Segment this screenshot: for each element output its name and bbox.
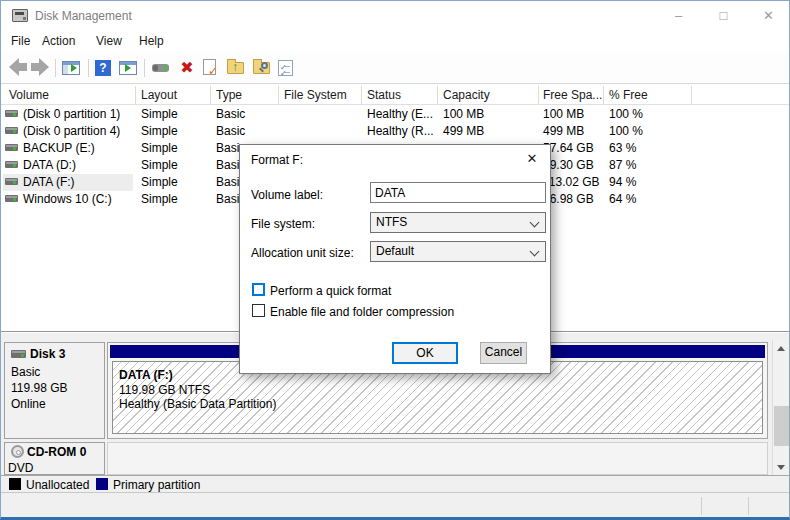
volume-name: DATA (D:)	[23, 158, 76, 172]
disk-management-window: Disk Management – □ ✕ File Action View H…	[0, 0, 790, 520]
disk3-info-box[interactable]: Disk 3 Basic 119.98 GB Online	[4, 342, 105, 439]
cell-pct-free: 64 %	[609, 191, 636, 208]
cdrom-name: CD-ROM 0	[27, 445, 86, 459]
header-capacity[interactable]: Capacity	[443, 88, 490, 102]
volume-name: Windows 10 (C:)	[23, 192, 112, 206]
menu-file[interactable]: File	[11, 34, 30, 48]
forward-icon[interactable]	[31, 58, 51, 78]
primary-partition-swatch	[96, 478, 108, 490]
close-button[interactable]: ✕	[746, 1, 790, 30]
format-dialog: Format F: ✕ Volume label: File system: N…	[239, 144, 551, 374]
cell-capacity: 100 MB	[443, 106, 484, 123]
disk-name: Disk 3	[30, 347, 65, 361]
header-file-system[interactable]: File System	[284, 88, 347, 102]
cell-type: Basic	[216, 123, 245, 140]
partition-detail: 119.98 GB NTFS	[119, 383, 210, 397]
header-volume[interactable]: Volume	[9, 88, 49, 102]
cell-pct-free: 63 %	[609, 140, 636, 157]
volume-label-label: Volume label:	[251, 188, 323, 202]
title-bar: Disk Management – □ ✕	[1, 1, 789, 31]
cell-layout: Simple	[141, 123, 178, 140]
allocation-unit-label: Allocation unit size:	[251, 246, 354, 260]
compression-label: Enable file and folder compression	[270, 305, 454, 319]
scroll-thumb[interactable]	[774, 406, 789, 446]
back-icon[interactable]	[9, 58, 29, 78]
app-icon	[12, 9, 28, 22]
table-header: Volume Layout Type File System Status Ca…	[1, 85, 789, 105]
volume-name: (Disk 0 partition 1)	[23, 107, 120, 121]
compression-checkbox[interactable]	[252, 304, 265, 317]
chevron-down-icon	[530, 218, 540, 228]
cell-pct-free: 87 %	[609, 157, 636, 174]
header-status[interactable]: Status	[367, 88, 401, 102]
toolbar-separator	[144, 59, 145, 77]
cell-pct-free: 94 %	[609, 174, 636, 191]
volume-label-input[interactable]	[370, 182, 546, 203]
vertical-scrollbar[interactable]	[772, 340, 789, 476]
disk-size: 119.98 GB	[11, 381, 67, 395]
file-system-select[interactable]: NTFS	[370, 212, 546, 233]
delete-icon[interactable]: ✖	[177, 58, 197, 78]
partition-label: DATA (F:)	[119, 368, 173, 382]
cell-capacity: 499 MB	[443, 123, 484, 140]
file-system-label: File system:	[251, 217, 315, 231]
cell-status: Healthy (E...	[367, 106, 433, 123]
cell-layout: Simple	[141, 174, 178, 191]
scroll-down-button[interactable]	[773, 459, 790, 476]
header-type[interactable]: Type	[216, 88, 242, 102]
header-pct-free[interactable]: % Free	[609, 88, 648, 102]
cell-pct-free: 100 %	[609, 106, 643, 123]
disk-kind: Basic	[11, 365, 40, 379]
quick-format-label: Perform a quick format	[270, 284, 391, 298]
console-tree-icon[interactable]	[62, 58, 82, 78]
cdrom-media: DVD	[8, 461, 33, 475]
cancel-button[interactable]: Cancel	[480, 342, 527, 364]
window-title: Disk Management	[35, 9, 132, 23]
cell-layout: Simple	[141, 157, 178, 174]
cell-type: Basic	[216, 106, 245, 123]
dialog-title: Format F:	[251, 153, 303, 167]
file-system-value: NTFS	[376, 215, 407, 229]
menu-bar: File Action View Help	[1, 31, 789, 53]
table-row[interactable]: (Disk 0 partition 1) Simple Basic Health…	[1, 106, 789, 123]
quick-format-checkbox[interactable]	[252, 283, 265, 296]
legend-primary-label: Primary partition	[113, 478, 200, 492]
cd-icon	[11, 445, 24, 458]
help-icon[interactable]: ?	[95, 58, 115, 78]
disk-status: Online	[11, 397, 46, 411]
chevron-down-icon	[530, 247, 540, 257]
remote-viewer-icon[interactable]	[152, 58, 172, 78]
scroll-up-button[interactable]	[773, 340, 790, 357]
dialog-close-icon[interactable]: ✕	[520, 149, 544, 169]
folder-up-icon[interactable]: ↑	[227, 58, 247, 78]
volume-icon	[5, 178, 18, 185]
header-free-space[interactable]: Free Spa...	[543, 88, 602, 102]
volume-name: (Disk 0 partition 4)	[23, 124, 120, 138]
header-layout[interactable]: Layout	[141, 88, 177, 102]
maximize-button[interactable]: □	[701, 1, 746, 30]
menu-help[interactable]: Help	[139, 34, 164, 48]
ok-button[interactable]: OK	[392, 342, 458, 364]
table-row[interactable]: (Disk 0 partition 4) Simple Basic Health…	[1, 123, 789, 140]
folder-search-icon[interactable]	[253, 58, 273, 78]
volume-icon	[5, 144, 18, 151]
minimize-button[interactable]: –	[656, 1, 701, 30]
cell-status: Healthy (R...	[367, 123, 434, 140]
disk-icon	[11, 350, 26, 358]
toolbar-separator	[55, 59, 56, 77]
unallocated-swatch	[9, 478, 21, 490]
volume-icon	[5, 110, 18, 117]
volume-name: BACKUP (E:)	[23, 141, 95, 155]
menu-action[interactable]: Action	[42, 34, 75, 48]
status-bar	[1, 492, 789, 518]
action-pane-icon[interactable]	[119, 58, 139, 78]
volume-icon	[5, 127, 18, 134]
cell-pct-free: 100 %	[609, 123, 643, 140]
cdrom-info-box[interactable]: CD-ROM 0 DVD	[4, 442, 105, 475]
check-document-icon[interactable]: ✓	[201, 58, 221, 78]
toolbar-separator	[88, 59, 89, 77]
properties-list-icon[interactable]: ✓✓	[278, 58, 298, 78]
menu-view[interactable]: View	[96, 34, 122, 48]
legend-unallocated-label: Unallocated	[26, 478, 89, 492]
allocation-unit-select[interactable]: Default	[370, 241, 546, 262]
